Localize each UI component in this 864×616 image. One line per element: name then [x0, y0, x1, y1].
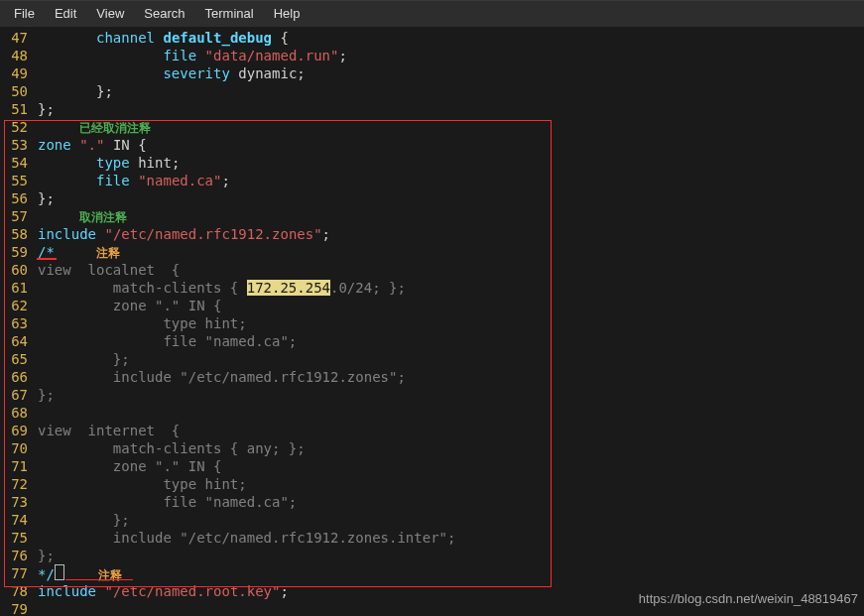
cursor-icon	[55, 564, 64, 580]
line-number: 50	[0, 82, 38, 100]
code-line: type hint;	[38, 154, 180, 172]
code-line: view internet {	[38, 422, 180, 439]
code-line: include "/etc/named.rfc1912.zones";	[38, 225, 330, 243]
code-line: file "named.ca";	[38, 332, 297, 350]
menubar: File Edit View Search Terminal Help	[0, 0, 864, 27]
line-number: 49	[0, 64, 38, 82]
code-line: };	[38, 100, 55, 118]
code-line: 取消注释	[38, 207, 127, 225]
code-line: file "named.ca";	[38, 172, 230, 189]
line-number: 59	[0, 243, 38, 261]
code-line: view localnet {	[38, 261, 180, 279]
line-number: 76	[0, 547, 38, 564]
line-number: 74	[0, 511, 38, 529]
line-number: 77	[0, 564, 38, 582]
menu-help[interactable]: Help	[264, 1, 310, 27]
line-number: 56	[0, 189, 38, 207]
line-number: 54	[0, 154, 38, 172]
editor[interactable]: 47 channel default_debug { 48 file "data…	[0, 27, 864, 616]
code-line: 已经取消注释	[38, 118, 151, 136]
line-number: 68	[0, 404, 38, 422]
menu-search[interactable]: Search	[134, 1, 194, 27]
code-line: file "named.ca";	[38, 493, 297, 511]
search-highlight: 172.25.254	[247, 280, 330, 296]
line-number: 67	[0, 386, 38, 404]
code-line: };	[38, 189, 55, 207]
menu-terminal[interactable]: Terminal	[195, 1, 264, 27]
line-number: 51	[0, 100, 38, 118]
line-number: 47	[0, 29, 38, 47]
code-line: zone "." IN {	[38, 457, 221, 475]
code-line: match-clients { any; };	[38, 439, 306, 457]
code-line: zone "." IN {	[38, 297, 221, 314]
line-number: 73	[0, 493, 38, 511]
code-line: };	[38, 547, 55, 564]
menu-file[interactable]: File	[4, 1, 45, 27]
line-number: 55	[0, 172, 38, 189]
annotation: 已经取消注释	[79, 121, 151, 135]
annotation: 注释	[98, 568, 122, 582]
watermark: https://blog.csdn.net/weixin_48819467	[639, 591, 858, 606]
line-number: 53	[0, 136, 38, 154]
code-line: /* 注释	[38, 243, 120, 261]
code-line: };	[38, 82, 113, 100]
menu-view[interactable]: View	[86, 1, 134, 27]
line-number: 65	[0, 350, 38, 368]
code-line: type hint;	[38, 314, 247, 332]
line-number: 69	[0, 422, 38, 439]
code-line: };	[38, 386, 55, 404]
code-line: type hint;	[38, 475, 247, 493]
code-line: match-clients { 172.25.254.0/24; };	[38, 279, 406, 297]
line-number: 72	[0, 475, 38, 493]
line-number: 58	[0, 225, 38, 243]
menu-edit[interactable]: Edit	[45, 1, 86, 27]
code-line: file "data/named.run";	[38, 47, 347, 64]
annotation: 取消注释	[79, 210, 127, 224]
line-number: 70	[0, 439, 38, 457]
code-line: zone "." IN {	[38, 136, 147, 154]
code-line: include "/etc/named.root.key";	[38, 582, 289, 600]
code-line: include "/etc/named.rfc1912.zones.inter"…	[38, 529, 455, 547]
line-number: 79	[0, 600, 38, 616]
code-line: */ 注释	[38, 564, 122, 582]
line-number: 71	[0, 457, 38, 475]
line-number: 75	[0, 529, 38, 547]
line-number: 62	[0, 297, 38, 314]
code-line: };	[38, 350, 130, 368]
line-number: 60	[0, 261, 38, 279]
annotation: 注释	[96, 246, 120, 260]
line-number: 57	[0, 207, 38, 225]
code-line: include "/etc/named.rfc1912.zones";	[38, 368, 406, 386]
code-line: channel default_debug {	[38, 29, 289, 47]
line-number: 48	[0, 47, 38, 64]
code-line: };	[38, 511, 130, 529]
code-line: severity dynamic;	[38, 64, 306, 82]
line-number: 63	[0, 314, 38, 332]
line-number: 64	[0, 332, 38, 350]
line-number: 66	[0, 368, 38, 386]
line-number: 52	[0, 118, 38, 136]
line-number: 78	[0, 582, 38, 600]
line-number: 61	[0, 279, 38, 297]
